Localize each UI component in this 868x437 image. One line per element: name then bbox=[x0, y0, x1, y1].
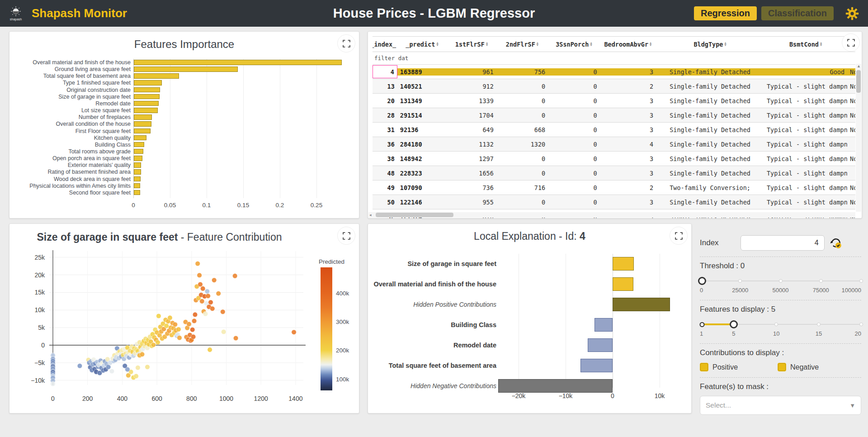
table-cell[interactable]: Typical - slight dampne bbox=[764, 141, 847, 148]
table-row[interactable]: 381489421297003Single-family DetachedTyp… bbox=[373, 152, 855, 166]
importance-bar[interactable] bbox=[134, 94, 160, 100]
table-cell[interactable]: Typical - slight dampne bbox=[764, 126, 847, 133]
table-cell[interactable]: No bbox=[847, 83, 855, 90]
table-cell[interactable]: Single-family Detached bbox=[656, 199, 764, 206]
sort-icon[interactable]: ▲▼ bbox=[650, 42, 651, 47]
table-cell[interactable]: Single-family Detached bbox=[656, 97, 764, 104]
index-input[interactable] bbox=[741, 235, 825, 251]
table-cell[interactable]: 140521 bbox=[397, 83, 447, 90]
table-cell[interactable]: Typical - slight dampne bbox=[764, 170, 847, 177]
table-cell[interactable]: 912 bbox=[447, 83, 496, 90]
table-cell[interactable]: Typical - slight dampne bbox=[764, 112, 847, 119]
table-cell[interactable]: 0 bbox=[496, 97, 548, 104]
local-explanation-chart[interactable]: Size of garage in square feetOverall mat… bbox=[368, 224, 691, 413]
contribution-bar[interactable] bbox=[498, 379, 613, 393]
table-cell[interactable]: 668 bbox=[496, 126, 548, 133]
table-cell[interactable]: 3 bbox=[600, 199, 656, 206]
regression-button[interactable]: Regression bbox=[694, 6, 757, 20]
sort-icon[interactable]: ▲▼ bbox=[590, 42, 592, 47]
importance-bar[interactable] bbox=[134, 162, 141, 168]
feature-mask-select[interactable]: Select... ▼ bbox=[700, 396, 861, 415]
table-cell[interactable]: 955 bbox=[447, 199, 496, 206]
filter-input[interactable]: filter dat bbox=[373, 55, 408, 62]
importance-bar[interactable] bbox=[134, 101, 159, 106]
expand-icon[interactable] bbox=[337, 34, 355, 52]
table-cell[interactable]: 649 bbox=[447, 126, 496, 133]
table-row[interactable]: 50122146955003Single-family DetachedTypi… bbox=[373, 195, 855, 209]
table-cell[interactable]: No bbox=[847, 155, 855, 162]
table-cell[interactable]: 31 bbox=[373, 126, 397, 133]
table-cell[interactable]: Single-family Detached bbox=[656, 126, 764, 133]
table-cell[interactable]: No bbox=[847, 199, 855, 206]
table-cell[interactable]: 3 bbox=[600, 155, 656, 162]
table-cell[interactable]: 122146 bbox=[397, 199, 447, 206]
table-cell[interactable]: 0 bbox=[548, 199, 599, 206]
column-header[interactable]: _predict▲▼ bbox=[397, 41, 447, 48]
table-cell[interactable]: 3 bbox=[600, 126, 656, 133]
column-header[interactable]: 3SsnPorch▲▼ bbox=[548, 41, 599, 48]
table-row[interactable]: 4910709073671602Two-family Conversion;Ty… bbox=[373, 180, 855, 195]
table-cell[interactable]: 92136 bbox=[397, 126, 447, 133]
table-cell[interactable]: 1297 bbox=[447, 155, 496, 162]
table-cell[interactable]: 1320 bbox=[496, 141, 548, 148]
importance-bar[interactable] bbox=[134, 121, 151, 127]
table-cell[interactable]: 0 bbox=[496, 155, 548, 162]
table-vertical-scrollbar[interactable]: ▲ bbox=[856, 64, 861, 212]
contribution-bar[interactable] bbox=[613, 257, 634, 271]
importance-bar[interactable] bbox=[134, 80, 162, 86]
table-cell[interactable]: Typical - slight dampne bbox=[764, 199, 847, 206]
table-cell[interactable]: 0 bbox=[496, 83, 548, 90]
sort-icon[interactable]: ▲▼ bbox=[820, 42, 822, 47]
importance-bar[interactable] bbox=[134, 108, 158, 113]
table-horizontal-scrollbar[interactable]: ◂ bbox=[368, 212, 855, 218]
table-cell[interactable]: 3 bbox=[600, 97, 656, 104]
table-cell[interactable]: Typical - slight dampne bbox=[764, 155, 847, 162]
table-cell[interactable]: No bbox=[847, 68, 855, 76]
table-cell[interactable]: Single-family Detached bbox=[656, 68, 764, 76]
importance-bar[interactable] bbox=[134, 169, 141, 175]
table-cell[interactable]: 756 bbox=[496, 68, 548, 76]
table-cell[interactable]: No bbox=[847, 184, 855, 191]
features-importance-chart[interactable]: Overall material and finish of the house… bbox=[9, 59, 358, 199]
column-header[interactable]: 1stFlrSF▲▼ bbox=[447, 41, 496, 48]
importance-bar[interactable] bbox=[134, 142, 144, 147]
threshold-slider-handle[interactable] bbox=[698, 277, 706, 285]
table-cell[interactable]: 36 bbox=[373, 141, 397, 148]
table-cell[interactable]: 4 bbox=[600, 141, 656, 148]
table-cell[interactable]: 50 bbox=[373, 199, 397, 206]
table-cell[interactable]: 4 bbox=[373, 65, 397, 78]
table-cell[interactable]: 2 bbox=[600, 83, 656, 90]
importance-bar[interactable] bbox=[134, 176, 141, 182]
importance-bar[interactable] bbox=[134, 135, 146, 141]
table-cell[interactable]: 0 bbox=[548, 112, 599, 119]
table-cell[interactable]: 961 bbox=[447, 68, 496, 76]
table-cell[interactable]: No bbox=[847, 97, 855, 104]
expand-icon[interactable] bbox=[670, 227, 688, 245]
importance-bar[interactable] bbox=[134, 190, 140, 195]
importance-bar[interactable] bbox=[134, 156, 142, 161]
table-cell[interactable]: 3 bbox=[600, 68, 656, 76]
negative-checkbox[interactable]: ✓ bbox=[778, 363, 786, 371]
table-row[interactable]: 282915141704003Single-family DetachedTyp… bbox=[373, 108, 855, 123]
column-header[interactable]: 2ndFlrSF▲▼ bbox=[496, 41, 548, 48]
table-cell[interactable]: Single-family Detached bbox=[656, 112, 764, 119]
column-header[interactable]: BsmtCond▲▼ bbox=[764, 41, 847, 48]
importance-bar[interactable] bbox=[134, 183, 140, 189]
table-cell[interactable]: 38 bbox=[373, 155, 397, 162]
table-cell[interactable]: 107090 bbox=[397, 184, 447, 191]
column-header[interactable]: BedroomAbvGr▲▼ bbox=[600, 41, 656, 48]
column-header[interactable]: _index_▲▼ bbox=[373, 41, 397, 48]
table-cell[interactable]: 13 bbox=[373, 83, 397, 90]
table-cell[interactable]: 0 bbox=[496, 199, 548, 206]
contribution-bar[interactable] bbox=[580, 359, 613, 372]
features-display-slider-handle[interactable] bbox=[730, 320, 738, 328]
table-cell[interactable]: 716 bbox=[496, 184, 548, 191]
table-cell[interactable]: 0 bbox=[496, 170, 548, 177]
table-cell[interactable]: 3 bbox=[600, 112, 656, 119]
feature-contribution-scatter[interactable] bbox=[9, 224, 359, 413]
table-row[interactable]: 482283231656003Single-family DetachedTyp… bbox=[373, 166, 855, 180]
features-display-slider[interactable] bbox=[700, 320, 861, 328]
table-cell[interactable]: Typical - slight dampne bbox=[764, 97, 847, 104]
table-cell[interactable]: Single-family Detached bbox=[656, 141, 764, 148]
sort-icon[interactable]: ▲▼ bbox=[537, 42, 538, 47]
